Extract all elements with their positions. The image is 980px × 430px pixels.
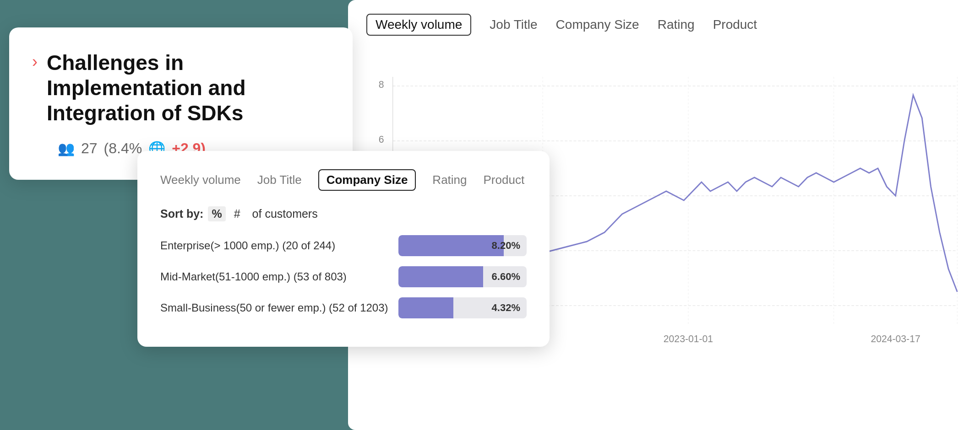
tab-company-size-2[interactable]: Company Size [318,169,416,191]
users-icon: 👥 [58,140,75,156]
enterprise-bar-fill [398,235,504,256]
sort-customers: of customers [249,206,321,221]
sort-label: Sort by: [160,207,203,220]
chart-tabs: Weekly volume Job Title Company Size Rat… [366,14,962,36]
data-row-midmarket: Mid-Market(51-1000 emp.) (53 of 803) 6.6… [160,266,527,287]
tab-job-title[interactable]: Job Title [490,17,537,32]
svg-text:8: 8 [379,79,384,90]
topic-percentage: (8.4% [104,140,142,157]
tab-rating-top[interactable]: Rating [658,17,695,32]
enterprise-label: Enterprise(> 1000 emp.) (20 of 244) [160,239,389,252]
midmarket-bar: 6.60% [398,266,527,287]
smallbiz-bar-fill [398,297,453,318]
tab-rating-2[interactable]: Rating [432,173,467,187]
company-size-card: Weekly volume Job Title Company Size Rat… [137,151,550,347]
tab-weekly-volume[interactable]: Weekly volume [366,14,471,36]
topic-header: › Challenges in Implementation and Integ… [32,50,330,126]
company-tabs: Weekly volume Job Title Company Size Rat… [160,169,527,191]
data-row-enterprise: Enterprise(> 1000 emp.) (20 of 244) 8.20… [160,235,527,256]
midmarket-bar-fill [398,266,483,287]
midmarket-value: 6.60% [492,271,520,283]
svg-text:2023-01-01: 2023-01-01 [664,333,713,344]
chevron-icon[interactable]: › [32,52,38,71]
topic-count: 27 [81,140,98,157]
svg-text:2024-03-17: 2024-03-17 [871,333,920,344]
tab-company-size-top[interactable]: Company Size [556,17,639,32]
tab-weekly-volume-2[interactable]: Weekly volume [160,173,241,187]
smallbiz-label: Small-Business(50 or fewer emp.) (52 of … [160,301,389,314]
data-row-smallbiz: Small-Business(50 or fewer emp.) (52 of … [160,297,527,318]
enterprise-value: 8.20% [492,240,520,252]
enterprise-bar: 8.20% [398,235,527,256]
tab-product-top[interactable]: Product [713,17,757,32]
tab-job-title-2[interactable]: Job Title [257,173,302,187]
smallbiz-bar: 4.32% [398,297,527,318]
midmarket-label: Mid-Market(51-1000 emp.) (53 of 803) [160,270,389,283]
tab-product-2[interactable]: Product [484,173,525,187]
sort-row: Sort by: % # of customers [160,206,527,221]
topic-title: Challenges in Implementation and Integra… [47,50,330,126]
sort-percent[interactable]: % [208,206,225,221]
sort-count[interactable]: # [230,206,244,221]
svg-text:6: 6 [379,134,384,145]
smallbiz-value: 4.32% [492,302,520,314]
